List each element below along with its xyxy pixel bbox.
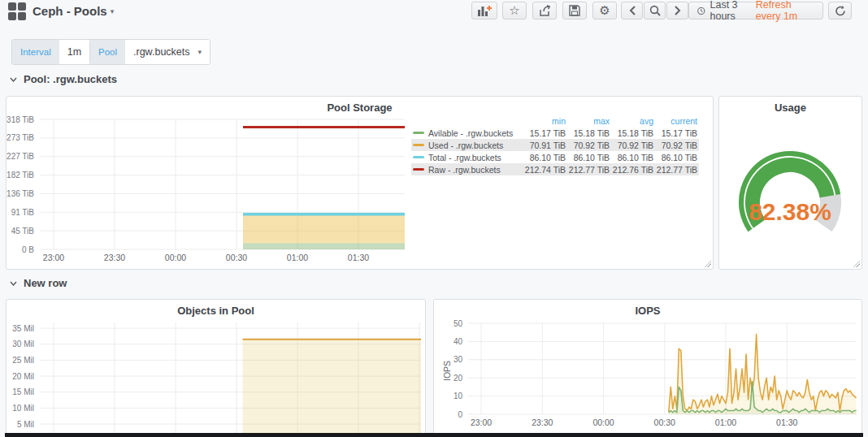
legend-value-current: 15.17 TiB	[653, 128, 697, 138]
panel-title-pool-storage[interactable]: Pool Storage	[7, 102, 713, 114]
series-color-swatch	[413, 168, 424, 171]
row-title: Pool: .rgw.buckets	[24, 73, 117, 85]
svg-text:30: 30	[454, 355, 463, 364]
add-panel-button[interactable]	[471, 2, 497, 19]
grafana-logo-icon[interactable]	[8, 2, 26, 20]
legend-value-current: 70.92 TiB	[653, 141, 697, 150]
legend-header: max	[566, 116, 610, 126]
legend-value-avg: 86.10 TiB	[610, 153, 653, 162]
svg-text:0 B: 0 B	[22, 245, 34, 254]
svg-text:10 Mil: 10 Mil	[12, 404, 34, 413]
svg-text:91 TiB: 91 TiB	[11, 208, 35, 217]
row-header-pool[interactable]: Pool: .rgw.buckets	[10, 73, 117, 85]
legend-series-toggle[interactable]: Used - .rgw.buckets	[413, 141, 522, 150]
legend-value-min: 70.91 TiB	[522, 141, 566, 150]
pool-select[interactable]: .rgw.buckets▾	[125, 40, 210, 64]
legend-series-toggle[interactable]: Raw - .rgw.buckets	[413, 165, 522, 175]
svg-text:01:00: 01:00	[715, 418, 736, 427]
svg-text:01:30: 01:30	[348, 253, 369, 262]
svg-text:227 TiB: 227 TiB	[7, 152, 34, 161]
panel-resize-handle[interactable]	[853, 261, 860, 267]
caret-down-icon: ▾	[198, 48, 202, 56]
gear-icon: ⚙	[599, 3, 610, 18]
refresh-icon	[835, 6, 846, 16]
row-header-new-row[interactable]: New row	[10, 277, 67, 289]
time-back-button[interactable]	[621, 2, 643, 19]
iops-chart[interactable]: 0102030405023:0023:3000:0000:3001:0001:3…	[434, 300, 861, 437]
panel-objects-in-pool: Objects in Pool 5 Mil10 Mil15 Mil20 Mil2…	[6, 299, 426, 437]
legend-value-current: 212.77 TiB	[653, 165, 697, 175]
legend-series-toggle[interactable]: Total - .rgw.buckets	[413, 153, 522, 162]
legend-value-max: 86.10 TiB	[566, 153, 610, 162]
panel-title-objects[interactable]: Objects in Pool	[7, 305, 425, 317]
interval-variable: Interval 1m▾	[11, 39, 102, 65]
legend-value-avg: 70.92 TiB	[610, 141, 653, 150]
refresh-interval-label: Refresh every 1m	[756, 0, 814, 22]
svg-text:182 TiB: 182 TiB	[7, 171, 34, 180]
svg-text:00:00: 00:00	[165, 253, 186, 262]
svg-text:50: 50	[454, 319, 463, 328]
svg-text:23:00: 23:00	[43, 253, 64, 262]
svg-text:136 TiB: 136 TiB	[7, 189, 34, 198]
row-title: New row	[24, 277, 67, 289]
refresh-button[interactable]	[828, 2, 852, 19]
svg-text:20: 20	[454, 374, 463, 383]
iops-y-axis-label: IOPS	[442, 361, 452, 381]
pool-storage-legend: minmaxavgcurrentAvilable - .rgw.buckets1…	[411, 115, 699, 175]
time-forward-button[interactable]	[666, 2, 688, 19]
dashboard-title-dropdown[interactable]: Ceph - Pools ▾	[33, 4, 114, 18]
svg-text:0: 0	[458, 410, 462, 419]
legend-value-max: 212.77 TiB	[566, 165, 610, 175]
svg-text:15 Mil: 15 Mil	[12, 387, 34, 396]
star-button[interactable]: ☆	[502, 2, 527, 19]
legend-header: current	[653, 116, 697, 126]
svg-text:45 TiB: 45 TiB	[11, 227, 35, 236]
usage-gauge: 82.38%	[719, 97, 861, 267]
svg-text:00:30: 00:30	[226, 253, 247, 262]
panel-usage: Usage 82.38%	[718, 96, 862, 270]
panel-title-iops[interactable]: IOPS	[434, 305, 861, 317]
svg-text:00:30: 00:30	[654, 418, 675, 427]
dashboard-title: Ceph - Pools	[33, 4, 107, 18]
legend-value-min: 212.74 TiB	[522, 165, 566, 175]
magnifier-icon	[649, 5, 661, 16]
svg-text:30 Mil: 30 Mil	[12, 340, 34, 348]
series-color-swatch	[413, 132, 424, 134]
legend-value-avg: 15.18 TiB	[610, 128, 653, 138]
svg-text:23:00: 23:00	[471, 418, 492, 427]
svg-text:273 TiB: 273 TiB	[7, 133, 34, 142]
share-button[interactable]	[532, 2, 557, 19]
legend-value-min: 15.17 TiB	[522, 128, 566, 138]
chevron-down-icon	[10, 281, 17, 286]
legend-series-toggle[interactable]: Avilable - .rgw.buckets	[413, 128, 522, 138]
panel-title-usage[interactable]: Usage	[719, 102, 861, 114]
panel-resize-handle[interactable]	[705, 261, 711, 267]
settings-button[interactable]: ⚙	[592, 2, 617, 19]
legend-value-max: 15.18 TiB	[566, 128, 610, 138]
legend-row: Avilable - .rgw.buckets15.17 TiB15.18 Ti…	[411, 127, 699, 139]
caret-down-icon: ▾	[111, 7, 115, 15]
legend-value-current: 86.10 TiB	[653, 153, 697, 162]
save-icon	[569, 5, 580, 16]
svg-text:00:00: 00:00	[592, 418, 614, 427]
zoom-out-button[interactable]	[644, 2, 666, 19]
svg-text:25 Mil: 25 Mil	[12, 356, 34, 365]
panel-iops: IOPS IOPS 0102030405023:0023:3000:0000:3…	[433, 299, 862, 437]
series-color-swatch	[413, 156, 424, 158]
legend-header: avg	[610, 116, 653, 126]
svg-text:01:30: 01:30	[776, 418, 797, 427]
series-color-swatch	[413, 144, 424, 146]
time-range-label: Last 3 hours	[710, 0, 751, 22]
share-icon	[539, 5, 551, 16]
svg-text:35 Mil: 35 Mil	[12, 324, 34, 333]
svg-text:40: 40	[454, 337, 463, 346]
time-range-picker[interactable]: Last 3 hours Refresh every 1m	[688, 2, 823, 19]
save-button[interactable]	[562, 2, 587, 19]
svg-text:23:30: 23:30	[104, 253, 125, 262]
grafana-dashboard: Ceph - Pools ▾ ☆ ⚙ Last 3 hours	[0, 0, 868, 437]
legend-value-max: 70.92 TiB	[566, 141, 610, 150]
pool-label: Pool	[90, 40, 125, 64]
chevron-right-icon	[675, 6, 681, 15]
bar-chart-plus-icon	[477, 5, 492, 16]
objects-chart[interactable]: 5 Mil10 Mil15 Mil20 Mil25 Mil30 Mil35 Mi…	[7, 300, 425, 437]
